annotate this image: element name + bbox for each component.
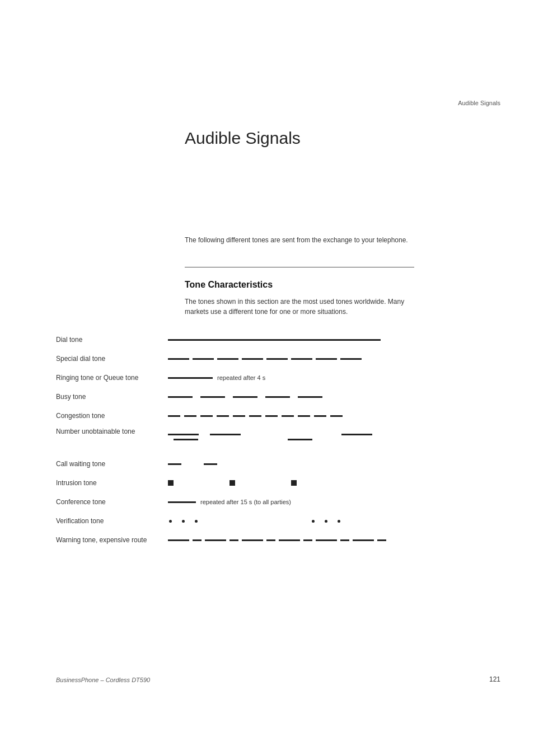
verification-pattern	[168, 520, 481, 523]
tone-label-dial: Dial tone	[56, 336, 168, 344]
tone-label-number-unob: Number unobtainable tone	[56, 428, 168, 435]
special-dial-pattern	[168, 358, 362, 360]
tone-visual-warning	[168, 530, 481, 550]
tone-row: Ringing tone or Queue tone repeated afte…	[56, 368, 481, 387]
tone-label-busy: Busy tone	[56, 393, 168, 401]
warning-pattern	[168, 539, 386, 541]
tone-visual-verification	[168, 511, 481, 530]
header-section-label: Audible Signals	[458, 100, 500, 106]
tone-visual-conference: repeated after 15 s (to all parties)	[168, 492, 481, 511]
tone-row: Busy tone	[56, 387, 481, 406]
tone-row: Warning tone, expensive route	[56, 530, 481, 550]
tone-label-conference: Conference tone	[56, 498, 168, 506]
ringing-note: repeated after 4 s	[217, 374, 265, 381]
tone-row: Verification tone	[56, 511, 481, 530]
section-desc: The tones shown in this section are the …	[185, 297, 420, 317]
tone-visual-ringing: repeated after 4 s	[168, 368, 481, 387]
tone-visual-number-unob	[168, 428, 481, 447]
busy-pattern	[168, 396, 322, 398]
footer-right: 121	[489, 675, 500, 683]
tone-visual-busy	[168, 387, 481, 406]
tone-row: Number unobtainable tone	[56, 425, 481, 454]
tone-row: Conference tone repeated after 15 s (to …	[56, 492, 481, 511]
tone-label-ringing: Ringing tone or Queue tone	[56, 374, 168, 382]
congestion-pattern	[168, 415, 343, 417]
tone-row: Congestion tone	[56, 406, 481, 425]
page: Audible Signals Audible Signals The foll…	[0, 0, 534, 756]
tone-row: Intrusion tone	[56, 473, 481, 492]
divider	[185, 267, 414, 267]
tone-label-warning: Warning tone, expensive route	[56, 536, 168, 544]
tone-label-congestion: Congestion tone	[56, 412, 168, 420]
tone-row: Call waiting tone	[56, 454, 481, 473]
tone-visual-congestion	[168, 406, 481, 425]
intrusion-pattern	[168, 480, 297, 486]
tone-visual-special-dial	[168, 349, 481, 368]
tone-visual-dial	[168, 330, 481, 349]
page-title: Audible Signals	[185, 129, 301, 148]
call-waiting-pattern	[168, 463, 217, 465]
tone-visual-call-waiting	[168, 454, 481, 473]
tone-row: Special dial tone	[56, 349, 481, 368]
tone-label-special-dial: Special dial tone	[56, 355, 168, 363]
tone-label-intrusion: Intrusion tone	[56, 479, 168, 487]
footer-left: BusinessPhone – Cordless DT590	[56, 677, 150, 683]
tone-row: Dial tone	[56, 330, 481, 349]
intro-text: The following different tones are sent f…	[185, 235, 420, 245]
conference-pattern	[168, 501, 196, 503]
tone-visual-intrusion	[168, 473, 481, 492]
tone-table: Dial tone Special dial tone	[56, 330, 481, 550]
conference-note: repeated after 15 s (to all parties)	[200, 499, 291, 505]
ringing-pattern	[168, 377, 213, 379]
tone-label-verification: Verification tone	[56, 517, 168, 525]
tone-label-call-waiting: Call waiting tone	[56, 460, 168, 468]
section-title: Tone Characteristics	[185, 280, 273, 290]
